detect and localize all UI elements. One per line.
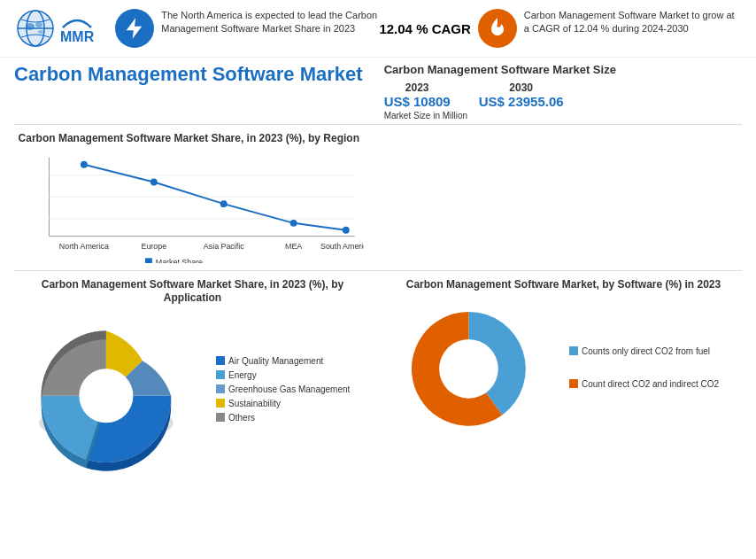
year-2030-value: US$ 23955.06 (479, 94, 564, 109)
legend-item-ghg: Greenhouse Gas Management (216, 384, 350, 395)
svg-point-4 (26, 23, 35, 30)
legend-color-ghg (216, 384, 225, 393)
logo-text: MMR (60, 29, 94, 45)
line-chart-svg: North America Europe Asia Pacific MEA So… (14, 149, 364, 262)
svg-text:Asia Pacific: Asia Pacific (204, 243, 244, 252)
header-card-1-text: The North America is expected to lead th… (161, 9, 379, 36)
legend-color-aq (216, 356, 225, 365)
legend-item-others: Others (216, 412, 350, 423)
pie2-content: Counts only direct CO2 from fuel Count d… (385, 295, 742, 443)
svg-rect-22 (145, 259, 152, 263)
svg-point-12 (81, 161, 88, 168)
legend-color-energy (216, 370, 225, 379)
market-size-note: Market Size in Million (384, 111, 742, 120)
year-2023-value: US$ 10809 (384, 94, 451, 109)
flame-icon-circle (478, 9, 517, 48)
header-card-2-text: Carbon Management Software Market to gro… (524, 9, 742, 36)
lightning-icon-circle (115, 9, 154, 48)
year-2023-label: 2023 (384, 82, 451, 94)
svg-text:Market Share: Market Share (156, 259, 203, 263)
pie1-legend: Air Quality Management Energy Greenhouse… (216, 355, 350, 426)
legend-item-indirect: Count direct CO2 and indirect CO2 (569, 378, 719, 390)
line-chart-container: Carbon Management Software Market Share,… (14, 132, 364, 263)
pie2-title: Carbon Management Software Market, by So… (385, 278, 742, 292)
pie1-section: Carbon Management Software Market Share,… (14, 278, 371, 472)
svg-text:North America: North America (59, 243, 109, 252)
flame-icon (485, 16, 510, 41)
year-2023-col: 2023 US$ 10809 (384, 82, 451, 109)
pie1-svg (14, 309, 209, 471)
svg-point-6 (38, 30, 43, 34)
main-title-row: Carbon Management Software Market Carbon… (0, 58, 756, 120)
legend-label-ghg: Greenhouse Gas Management (228, 384, 350, 395)
pie2-legend: Counts only direct CO2 from fuel Count d… (569, 345, 719, 392)
legend-label-indirect: Count direct CO2 and indirect CO2 (582, 378, 719, 390)
svg-point-26 (439, 339, 498, 399)
svg-point-13 (150, 179, 158, 186)
legend-label-direct: Counts only direct CO2 from fuel (582, 345, 710, 357)
mmr-arc-icon (61, 12, 93, 29)
legend-color-indirect (569, 379, 578, 388)
chart-right-spacer (378, 132, 742, 263)
svg-text:South America: South America (320, 243, 364, 252)
legend-label-aq: Air Quality Management (228, 355, 323, 367)
globe-icon (14, 7, 57, 50)
year-2030-label: 2030 (479, 82, 564, 94)
line-chart-title: Carbon Management Software Market Share,… (14, 132, 364, 146)
page-title: Carbon Management Software Market (14, 63, 363, 86)
pie1-title: Carbon Management Software Market Share,… (14, 278, 371, 306)
divider-2 (14, 270, 742, 271)
divider-1 (14, 124, 742, 125)
legend-label-others: Others (228, 412, 255, 423)
cagr-box: 12.04 % CAGR (379, 21, 470, 36)
header-card-2: Carbon Management Software Market to gro… (478, 9, 742, 48)
market-size-years: 2023 US$ 10809 2030 US$ 23955.06 (384, 82, 742, 109)
legend-item-sus: Sustainability (216, 398, 350, 409)
header-card-1: The North America is expected to lead th… (115, 9, 379, 48)
legend-label-sus: Sustainability (228, 398, 281, 409)
svg-text:Europe: Europe (142, 243, 167, 252)
legend-color-others (216, 413, 225, 422)
lightning-icon (122, 16, 147, 41)
pie2-section: Carbon Management Software Market, by So… (385, 278, 742, 472)
pie-charts-row: Carbon Management Software Market Share,… (0, 275, 756, 476)
legend-color-sus (216, 399, 225, 408)
legend-item-direct: Counts only direct CO2 from fuel (569, 345, 719, 357)
header: MMR The North America is expected to lea… (0, 0, 756, 58)
svg-point-5 (35, 22, 42, 27)
legend-item-energy: Energy (216, 369, 350, 381)
svg-point-15 (290, 220, 297, 227)
pie2-svg (385, 295, 562, 443)
charts-row: Carbon Management Software Market Share,… (0, 128, 756, 267)
pie1-content: Air Quality Management Energy Greenhouse… (14, 309, 371, 471)
market-size-title: Carbon Management Software Market Size (384, 63, 742, 78)
legend-item-aq: Air Quality Management (216, 355, 350, 367)
legend-label-energy: Energy (228, 369, 257, 381)
cagr-value: 12.04 % CAGR (379, 21, 470, 36)
svg-point-16 (343, 227, 350, 234)
year-2030-col: 2030 US$ 23955.06 (479, 82, 564, 109)
legend-color-direct (569, 346, 578, 355)
logo-area: MMR (14, 7, 94, 50)
svg-point-14 (220, 201, 228, 208)
market-size-box: Carbon Management Software Market Size 2… (377, 63, 742, 120)
svg-point-25 (79, 369, 133, 423)
svg-text:MEA: MEA (285, 243, 302, 252)
